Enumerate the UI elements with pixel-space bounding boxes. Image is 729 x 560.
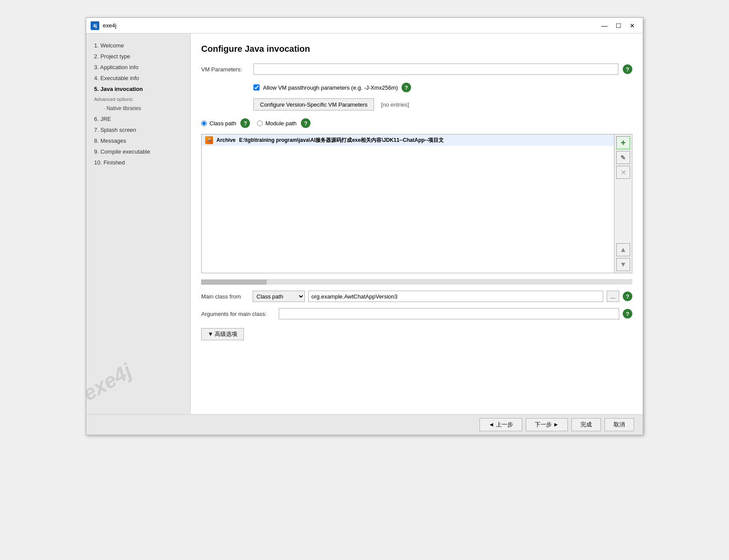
vm-parameters-help[interactable]: ?	[623, 64, 632, 74]
main-class-from-dropdown[interactable]: Class path Module path	[253, 291, 305, 302]
sidebar-item-java-invocation[interactable]: 5. Java invocation	[91, 84, 186, 94]
maximize-button[interactable]: ☐	[612, 21, 624, 30]
vm-parameters-row: VM Parameters: ?	[201, 64, 632, 75]
module-path-help[interactable]: ?	[301, 118, 310, 128]
classpath-remove-button[interactable]: ✕	[616, 166, 630, 179]
classpath-entry-prefix: Archive	[216, 137, 236, 143]
app-icon: 4j	[91, 21, 99, 30]
minimize-button[interactable]: —	[598, 21, 611, 30]
vm-passthrough-help[interactable]: ?	[402, 83, 411, 92]
sidebar-item-splash-screen[interactable]: 7. Splash screen	[91, 125, 186, 135]
module-path-label: Module path	[265, 120, 297, 127]
class-path-radio[interactable]	[201, 121, 207, 126]
page-title: Configure Java invocation	[201, 44, 632, 54]
window-title: exe4j	[103, 22, 595, 29]
classpath-panel: 📦 Archive E:\tgb\training program\java\A…	[201, 134, 632, 273]
finish-button[interactable]: 完成	[571, 418, 601, 431]
classpath-entry-path: E:\tgb\training program\java\AI服务器源码打成ex…	[239, 137, 444, 144]
sidebar: 1. Welcome 2. Project type 3. Applicatio…	[86, 34, 191, 414]
main-class-help[interactable]: ?	[623, 292, 632, 301]
sidebar-item-compile[interactable]: 9. Compile executable	[91, 147, 186, 157]
sidebar-item-messages[interactable]: 8. Messages	[91, 136, 186, 146]
scrollbar-thumb[interactable]	[201, 280, 267, 285]
vm-parameters-input[interactable]	[253, 64, 618, 75]
arguments-row: Arguments for main class: ?	[201, 308, 632, 319]
close-button[interactable]: ✕	[626, 21, 638, 30]
window-controls: — ☐ ✕	[598, 21, 638, 30]
sidebar-item-native-libraries[interactable]: · Native libraries	[91, 104, 186, 113]
class-path-help[interactable]: ?	[240, 118, 250, 128]
vm-passthrough-checkbox[interactable]	[253, 84, 260, 91]
main-class-from-label: Main class from	[201, 293, 249, 300]
sidebar-item-finished[interactable]: 10. Finished	[91, 158, 186, 168]
advanced-section: ▼ 高级选项	[201, 328, 632, 340]
no-entries-label: [no entries]	[381, 101, 409, 108]
classpath-scrollbar[interactable]	[201, 279, 632, 285]
cancel-button[interactable]: 取消	[604, 418, 634, 431]
classpath-up-button[interactable]: ▲	[616, 243, 630, 256]
classpath-buttons: + ✎ ✕ ▲ ▼	[614, 134, 632, 273]
footer-bar: ◄ 上一步 下一步 ► 完成 取消	[86, 414, 643, 435]
sidebar-item-project-type[interactable]: 2. Project type	[91, 51, 186, 61]
vm-passthrough-row: Allow VM passthrough parameters (e.g. -J…	[253, 83, 632, 92]
classpath-add-button[interactable]: +	[616, 136, 630, 149]
sidebar-watermark: exe4j	[86, 359, 136, 406]
classpath-edit-button[interactable]: ✎	[616, 151, 630, 164]
configure-vm-button[interactable]: Configure Version-Specific VM Parameters	[253, 98, 374, 111]
arguments-help[interactable]: ?	[623, 309, 632, 319]
sidebar-item-welcome[interactable]: 1. Welcome	[91, 40, 186, 50]
prev-button[interactable]: ◄ 上一步	[479, 418, 522, 431]
classpath-list: 📦 Archive E:\tgb\training program\java\A…	[202, 134, 614, 273]
sidebar-item-app-info[interactable]: 3. Application info	[91, 62, 186, 72]
sidebar-advanced-label: Advanced options:	[91, 95, 186, 104]
archive-icon: 📦	[205, 136, 213, 144]
browse-main-class-button[interactable]: ...	[607, 291, 619, 302]
sidebar-item-exe-info[interactable]: 4. Executable info	[91, 73, 186, 83]
arguments-label: Arguments for main class:	[201, 311, 275, 317]
module-path-radio[interactable]	[257, 121, 263, 126]
module-path-radio-item: Module path ?	[257, 118, 310, 128]
class-path-label: Class path	[209, 120, 236, 127]
vm-parameters-label: VM Parameters:	[201, 66, 249, 73]
title-bar: 4j exe4j — ☐ ✕	[86, 18, 643, 34]
main-class-input[interactable]	[308, 291, 603, 302]
configure-vm-row: Configure Version-Specific VM Parameters…	[253, 98, 632, 111]
next-button[interactable]: 下一步 ►	[526, 418, 568, 431]
arguments-input[interactable]	[279, 308, 619, 319]
advanced-toggle-button[interactable]: ▼ 高级选项	[201, 328, 244, 340]
content-area: Configure Java invocation VM Parameters:…	[191, 34, 643, 414]
sidebar-item-jre[interactable]: 6. JRE	[91, 114, 186, 124]
path-type-row: Class path ? Module path ?	[201, 118, 632, 128]
main-class-row: Main class from Class path Module path .…	[201, 291, 632, 302]
classpath-entry: 📦 Archive E:\tgb\training program\java\A…	[202, 134, 614, 146]
classpath-down-button[interactable]: ▼	[616, 258, 630, 271]
vm-passthrough-label: Allow VM passthrough parameters (e.g. -J…	[263, 84, 398, 91]
class-path-radio-item: Class path ?	[201, 118, 250, 128]
